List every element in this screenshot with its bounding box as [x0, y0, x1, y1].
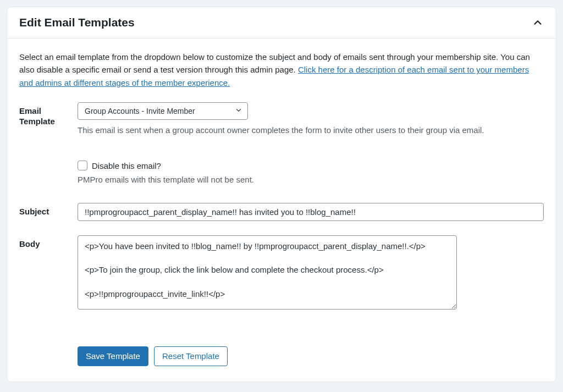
email-template-helper: This email is sent when a group account … [78, 124, 544, 137]
button-row: Save Template Reset Template [78, 346, 544, 366]
subject-input[interactable] [78, 203, 544, 221]
button-row-wrap: Save Template Reset Template [19, 323, 544, 366]
email-template-control: Group Accounts - Invite Member This emai… [78, 102, 544, 186]
body-control [78, 235, 544, 311]
subject-row: Subject [19, 203, 544, 221]
reset-template-button[interactable]: Reset Template [154, 346, 228, 366]
body-textarea[interactable] [78, 235, 457, 310]
email-template-select[interactable]: Group Accounts - Invite Member [78, 102, 248, 120]
save-template-button[interactable]: Save Template [78, 346, 148, 366]
subject-label: Subject [19, 203, 67, 221]
body-row: Body [19, 235, 544, 311]
email-template-row: Email Template Group Accounts - Invite M… [19, 102, 544, 186]
panel-title: Edit Email Templates [19, 16, 135, 29]
disable-email-label[interactable]: Disable this email? [92, 161, 161, 170]
button-spacer [19, 323, 67, 366]
chevron-up-icon[interactable] [532, 16, 544, 29]
disable-email-row: Disable this email? [78, 161, 544, 170]
email-template-label: Email Template [19, 102, 67, 186]
subject-control [78, 203, 544, 221]
panel-body: Select an email template from the dropdo… [7, 38, 556, 382]
email-template-select-wrap: Group Accounts - Invite Member [78, 102, 248, 120]
intro-text: Select an email template from the dropdo… [19, 51, 544, 89]
disable-email-checkbox[interactable] [78, 161, 87, 170]
disable-email-helper: PMPro emails with this template will not… [78, 174, 544, 186]
edit-email-templates-panel: Edit Email Templates Select an email tem… [7, 7, 556, 382]
panel-header: Edit Email Templates [7, 7, 556, 38]
body-label: Body [19, 235, 67, 311]
